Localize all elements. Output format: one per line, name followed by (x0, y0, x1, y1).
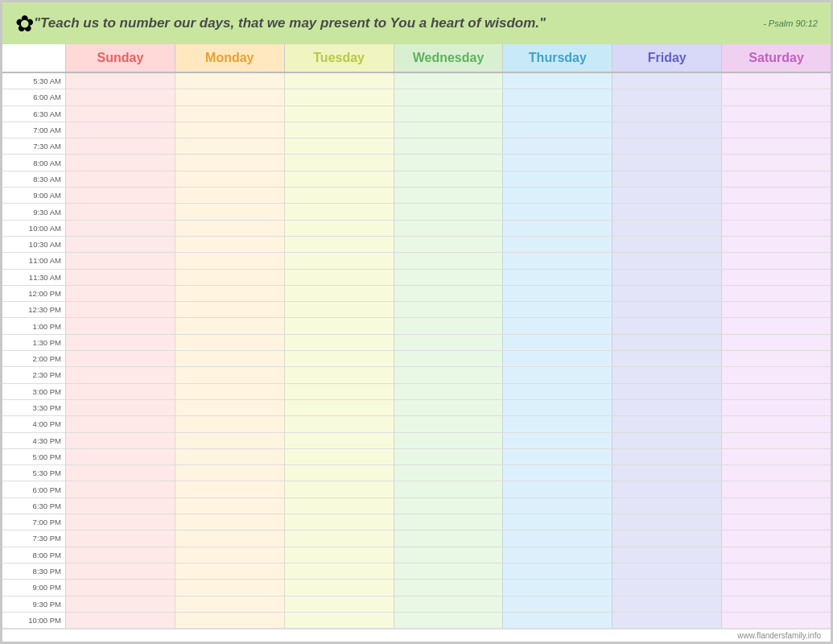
cell-sunday[interactable] (65, 73, 175, 89)
cell-saturday[interactable] (721, 400, 831, 415)
cell-monday[interactable] (175, 270, 284, 285)
cell-sunday[interactable] (65, 171, 175, 187)
cell-monday[interactable] (175, 171, 284, 187)
cell-wednesday[interactable] (394, 318, 503, 333)
cell-sunday[interactable] (65, 367, 175, 382)
cell-tuesday[interactable] (284, 498, 394, 514)
cell-saturday[interactable] (721, 597, 831, 612)
cell-saturday[interactable] (721, 302, 831, 317)
cell-friday[interactable] (612, 449, 721, 464)
cell-monday[interactable] (175, 221, 284, 236)
cell-tuesday[interactable] (284, 318, 394, 333)
cell-monday[interactable] (175, 416, 284, 431)
cell-sunday[interactable] (65, 188, 175, 203)
cell-wednesday[interactable] (394, 597, 503, 612)
cell-monday[interactable] (175, 188, 284, 203)
cell-friday[interactable] (612, 580, 721, 595)
cell-thursday[interactable] (502, 481, 612, 497)
cell-tuesday[interactable] (284, 530, 394, 546)
cell-saturday[interactable] (721, 335, 831, 350)
cell-tuesday[interactable] (284, 286, 394, 301)
cell-tuesday[interactable] (284, 400, 394, 415)
cell-thursday[interactable] (502, 384, 612, 399)
cell-friday[interactable] (612, 302, 721, 317)
cell-wednesday[interactable] (394, 89, 503, 105)
cell-wednesday[interactable] (394, 498, 503, 514)
cell-sunday[interactable] (65, 237, 175, 252)
cell-saturday[interactable] (721, 481, 831, 497)
cell-thursday[interactable] (502, 302, 612, 317)
cell-saturday[interactable] (721, 221, 831, 236)
cell-tuesday[interactable] (284, 270, 394, 285)
cell-tuesday[interactable] (284, 237, 394, 252)
cell-thursday[interactable] (502, 155, 612, 170)
cell-tuesday[interactable] (284, 547, 394, 563)
cell-friday[interactable] (612, 286, 721, 301)
cell-friday[interactable] (612, 318, 721, 333)
cell-thursday[interactable] (502, 253, 612, 268)
cell-friday[interactable] (612, 416, 721, 431)
cell-tuesday[interactable] (284, 416, 394, 431)
cell-friday[interactable] (612, 498, 721, 514)
cell-tuesday[interactable] (284, 138, 394, 154)
cell-saturday[interactable] (721, 155, 831, 170)
cell-tuesday[interactable] (284, 351, 394, 366)
cell-thursday[interactable] (502, 547, 612, 563)
cell-sunday[interactable] (65, 465, 175, 481)
cell-sunday[interactable] (65, 335, 175, 350)
cell-sunday[interactable] (65, 481, 175, 497)
cell-saturday[interactable] (721, 449, 831, 464)
cell-saturday[interactable] (721, 188, 831, 203)
cell-thursday[interactable] (502, 597, 612, 612)
cell-monday[interactable] (175, 547, 284, 563)
cell-monday[interactable] (175, 138, 284, 154)
cell-saturday[interactable] (721, 465, 831, 481)
cell-saturday[interactable] (721, 613, 831, 628)
cell-friday[interactable] (612, 237, 721, 252)
cell-thursday[interactable] (502, 564, 612, 579)
cell-thursday[interactable] (502, 514, 612, 530)
cell-saturday[interactable] (721, 73, 831, 89)
cell-tuesday[interactable] (284, 221, 394, 236)
cell-wednesday[interactable] (394, 367, 503, 382)
cell-sunday[interactable] (65, 384, 175, 399)
cell-thursday[interactable] (502, 433, 612, 448)
cell-friday[interactable] (612, 530, 721, 546)
cell-saturday[interactable] (721, 416, 831, 431)
cell-saturday[interactable] (721, 530, 831, 546)
cell-tuesday[interactable] (284, 580, 394, 595)
cell-monday[interactable] (175, 465, 284, 481)
cell-thursday[interactable] (502, 188, 612, 203)
cell-wednesday[interactable] (394, 335, 503, 350)
cell-wednesday[interactable] (394, 384, 503, 399)
cell-sunday[interactable] (65, 106, 175, 122)
cell-sunday[interactable] (65, 400, 175, 415)
cell-sunday[interactable] (65, 564, 175, 579)
cell-sunday[interactable] (65, 253, 175, 268)
cell-monday[interactable] (175, 498, 284, 514)
cell-sunday[interactable] (65, 416, 175, 431)
cell-tuesday[interactable] (284, 204, 394, 219)
cell-thursday[interactable] (502, 498, 612, 514)
cell-friday[interactable] (612, 221, 721, 236)
cell-monday[interactable] (175, 286, 284, 301)
cell-saturday[interactable] (721, 580, 831, 595)
cell-monday[interactable] (175, 613, 284, 628)
cell-wednesday[interactable] (394, 433, 503, 448)
cell-tuesday[interactable] (284, 449, 394, 464)
cell-friday[interactable] (612, 564, 721, 579)
cell-saturday[interactable] (721, 564, 831, 579)
cell-thursday[interactable] (502, 270, 612, 285)
cell-saturday[interactable] (721, 514, 831, 530)
cell-tuesday[interactable] (284, 73, 394, 89)
cell-monday[interactable] (175, 351, 284, 366)
cell-friday[interactable] (612, 597, 721, 612)
cell-friday[interactable] (612, 253, 721, 268)
cell-tuesday[interactable] (284, 384, 394, 399)
cell-friday[interactable] (612, 613, 721, 628)
cell-sunday[interactable] (65, 138, 175, 154)
cell-sunday[interactable] (65, 155, 175, 170)
cell-friday[interactable] (612, 73, 721, 89)
cell-wednesday[interactable] (394, 481, 503, 497)
cell-thursday[interactable] (502, 122, 612, 138)
